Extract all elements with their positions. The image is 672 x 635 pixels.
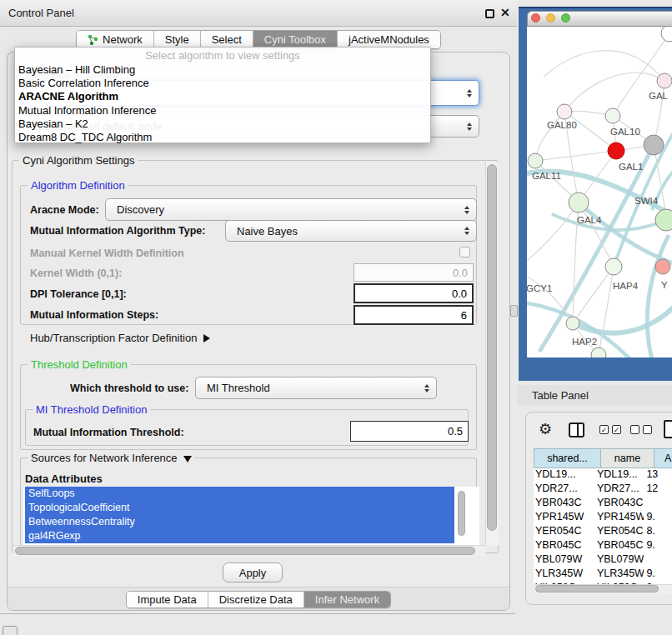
table-cell: YDR27... [595, 482, 644, 497]
mi-algorithm-type-combo[interactable]: Naive Bayes [225, 220, 477, 242]
settings-hscrollbar-thumb[interactable] [15, 547, 475, 555]
table-cell: 13 [644, 468, 672, 482]
network-node-y[interactable] [655, 259, 670, 274]
table-panel-title: Table Panel [532, 389, 589, 402]
cyni-bottom-tabbar: Impute Data Discretize Data Infer Networ… [7, 591, 510, 608]
tab-network-label: Network [103, 33, 143, 46]
network-node-gal4[interactable] [569, 192, 589, 212]
application-window: Control Panel ✕ Network Style Select Cyn… [0, 0, 672, 635]
table-column-header[interactable]: name [601, 448, 654, 468]
hub-section-toggle[interactable]: Hub/Transcription Factor Definition [30, 332, 210, 344]
table-cell: YDR27... [534, 482, 595, 497]
network-node-gal1[interactable] [608, 142, 624, 159]
mi-threshold-field[interactable]: 0.5 [350, 421, 469, 442]
which-threshold-combo[interactable]: MI Threshold [195, 377, 437, 399]
table-column-header[interactable]: A [654, 448, 672, 468]
combo-stepper-icon [464, 206, 469, 214]
data-attribute-item[interactable]: SelfLoops [25, 487, 454, 501]
mi-steps-field[interactable]: 6 [354, 305, 474, 325]
table-settings-gear-icon[interactable]: ⚙ [539, 422, 552, 437]
dpi-tolerance-field[interactable]: 0.0 [354, 283, 474, 303]
network-node-gal11[interactable] [528, 153, 543, 168]
split-divider-handle[interactable] [510, 305, 518, 317]
settings-vscrollbar-thumb[interactable] [487, 164, 497, 531]
network-node-label: GAL10 [610, 127, 640, 137]
close-icon[interactable]: ✕ [500, 6, 510, 19]
tab-discretize-data[interactable]: Discretize Data [208, 592, 304, 608]
network-node-label: GCY1 [527, 283, 552, 293]
network-node-gal10[interactable] [605, 108, 620, 123]
tab-network[interactable]: Network [77, 31, 154, 48]
table-row[interactable]: YBR045CYBR045C9. [534, 539, 672, 553]
which-threshold-label: Which threshold to use: [70, 382, 188, 394]
network-node[interactable] [661, 27, 672, 42]
sources-title[interactable]: Sources for Network Inference [28, 452, 195, 464]
table-cell: YER054C [534, 525, 595, 539]
table-row[interactable]: YLR345WYLR345W9. [534, 568, 672, 582]
table-cell: YDL19... [534, 468, 595, 482]
network-node-gal[interactable] [657, 73, 672, 88]
table-cell: 12 [644, 482, 672, 497]
threshold-definition-title: Threshold Definition [28, 358, 131, 371]
table-row[interactable]: YBL079WYBL079W [534, 553, 672, 568]
window-zoom-button[interactable] [561, 13, 570, 22]
table-row[interactable]: YDL19...YDL19...13 [534, 468, 672, 482]
table-cell: YBR043C [595, 497, 644, 511]
network-canvas[interactable]: GALGAL80GAL10GAL1GAL11GAL4SWI4GCY1HAP4YH… [527, 27, 672, 358]
tab-cyni-toolbox[interactable]: Cyni Toolbox [253, 31, 338, 48]
table-cell: 8. [644, 525, 672, 539]
tab-style[interactable]: Style [154, 31, 201, 48]
window-close-button[interactable] [531, 13, 540, 22]
table-cell: 9. [644, 511, 672, 525]
algorithm-option[interactable]: Mutual Information Inference [15, 104, 430, 118]
algorithm-option[interactable]: Basic Correlation Inference [15, 77, 430, 90]
algorithm-option[interactable]: ARACNE Algorithm [15, 90, 430, 103]
data-attribute-item[interactable]: TopologicalCoefficient [25, 501, 454, 515]
attributes-scrollbar-thumb[interactable] [458, 491, 465, 536]
table-body: YDL19...YDL19...13YDR27...YDR27...12YBR0… [534, 468, 672, 584]
combo-stepper-icon [467, 122, 472, 131]
bottom-left-button[interactable] [3, 626, 18, 635]
network-node-hap2[interactable] [566, 317, 579, 330]
algorithm-option[interactable]: Bayesian – Hill Climbing [15, 63, 430, 77]
data-attributes-list[interactable]: SelfLoopsTopologicalCoefficientBetweenne… [23, 487, 479, 545]
table-hscrollbar-thumb[interactable] [535, 585, 659, 592]
data-attribute-item[interactable]: BetweennessCentrality [25, 515, 454, 529]
network-node-hap4[interactable] [605, 258, 622, 275]
algorithm-option[interactable]: Bayesian – K2 [15, 118, 430, 131]
table-column-header[interactable]: shared... [534, 448, 601, 468]
table-cell [644, 553, 672, 568]
network-tab-icon [88, 34, 98, 45]
table-row[interactable]: YDR27...YDR27...12 [534, 482, 672, 497]
table-row[interactable]: YPR145WYPR145W9. [534, 511, 672, 525]
window-minimize-button[interactable] [546, 13, 555, 22]
tab-select[interactable]: Select [201, 31, 253, 48]
apply-button[interactable]: Apply [223, 562, 283, 582]
algorithm-option[interactable]: Dream8 DC_TDC Algorithm [15, 131, 430, 144]
mi-threshold-group-title: MI Threshold Definition [33, 403, 150, 416]
float-panel-icon[interactable] [485, 9, 494, 18]
table-cell: YBL079W [534, 553, 595, 568]
manual-kernel-checkbox[interactable] [459, 247, 470, 258]
kernel-width-field[interactable]: 0.0 [354, 263, 474, 282]
table-cell: YER054C [595, 525, 644, 539]
mi-algorithm-type-label: Mutual Information Algorithm Type: [30, 225, 205, 237]
tab-infer-network[interactable]: Infer Network [304, 592, 390, 608]
network-node-gal80[interactable] [557, 104, 572, 119]
network-node-swi4[interactable] [655, 209, 672, 231]
export-table-icon[interactable] [664, 420, 672, 438]
table-row[interactable]: YBR043CYBR043C [534, 497, 672, 511]
table-row[interactable]: YER054CYER054C8. [534, 525, 672, 539]
data-attribute-item[interactable]: gal4RGexp [25, 529, 454, 543]
network-node[interactable] [644, 135, 664, 155]
tab-impute-data[interactable]: Impute Data [127, 592, 208, 608]
dpi-tolerance-label: DPI Tolerance [0,1]: [30, 288, 127, 300]
hub-section-label: Hub/Transcription Factor Definition [30, 332, 197, 344]
table-header-row: shared...nameA [534, 448, 672, 468]
tab-jactivemnodules[interactable]: jActiveMNodules [338, 31, 440, 48]
deselect-all-icon[interactable] [630, 425, 652, 434]
select-all-icon[interactable]: ✓✓ [599, 425, 621, 434]
aracne-mode-combo[interactable]: Discovery [105, 198, 477, 221]
table-cell: YLR345W [534, 568, 595, 582]
column-visibility-icon[interactable] [569, 422, 584, 438]
